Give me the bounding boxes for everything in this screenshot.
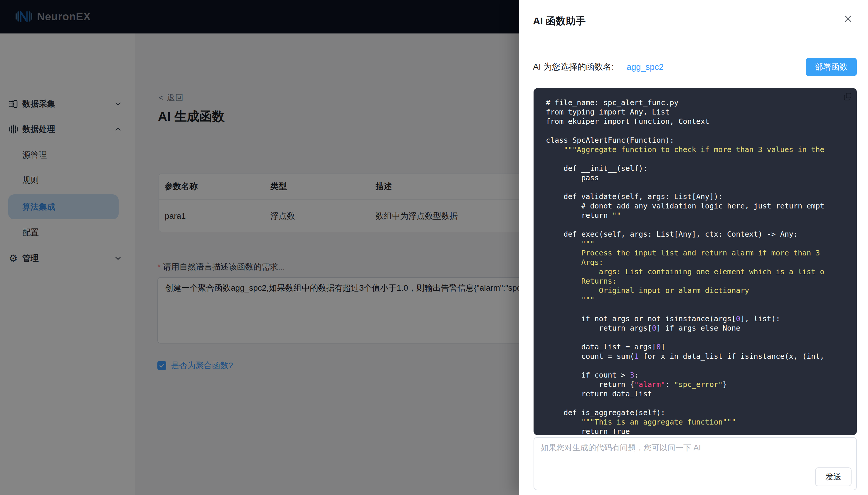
code-line: return {"alarm": "spc_error"} bbox=[546, 380, 857, 389]
code-line: Args: bbox=[546, 258, 857, 267]
function-name-row: AI 为您选择的函数名: agg_spc2 部署函数 bbox=[519, 57, 868, 76]
code-line: class SpcAlertFunc(Function): bbox=[546, 136, 857, 145]
code-line: return data_list bbox=[546, 389, 857, 399]
deploy-function-button[interactable]: 部署函数 bbox=[806, 58, 857, 76]
code-line: data_list = args[0] bbox=[546, 342, 857, 352]
code-line: if not args or not isinstance(args[0], l… bbox=[546, 314, 857, 324]
code-line: # file_name: spc_alert_func.py bbox=[546, 98, 857, 107]
drawer-title: AI 函数助手 bbox=[533, 0, 585, 42]
code-line: """This is an aggregate function""" bbox=[546, 417, 857, 427]
close-icon[interactable] bbox=[843, 14, 853, 24]
code-line: count = sum(1 for x in data_list if isin… bbox=[546, 352, 857, 361]
code-line: return args[0] if args else None bbox=[546, 324, 857, 333]
code-line bbox=[546, 361, 857, 371]
code-line: """ bbox=[546, 239, 857, 249]
function-name-label: AI 为您选择的函数名: bbox=[533, 57, 614, 76]
code-line: def is_aggregate(self): bbox=[546, 408, 857, 417]
drawer-header: AI 函数助手 bbox=[519, 0, 868, 42]
code-line bbox=[546, 305, 857, 314]
code-line: Returns: bbox=[546, 276, 857, 286]
copy-icon[interactable] bbox=[843, 92, 852, 101]
function-name-link[interactable]: agg_spc2 bbox=[627, 57, 664, 76]
app-root: NeuronEX 数据采集 bbox=[0, 0, 868, 495]
code-line bbox=[546, 126, 857, 136]
generated-code-block[interactable]: # file_name: spc_alert_func.pyfrom typin… bbox=[533, 88, 857, 435]
code-line bbox=[546, 333, 857, 342]
code-line: args: List containing one element which … bbox=[546, 267, 857, 276]
code-line: if count > 3: bbox=[546, 371, 857, 380]
code-line: def __init__(self): bbox=[546, 164, 857, 173]
code-line: Original input or alarm dictionary bbox=[546, 286, 857, 295]
chat-input[interactable] bbox=[534, 438, 856, 470]
code-line: def exec(self, args: List[Any], ctx: Con… bbox=[546, 229, 857, 239]
ai-function-assistant-drawer: AI 函数助手 AI 为您选择的函数名: agg_spc2 部署函数 # fil… bbox=[519, 0, 868, 495]
code-line: return True bbox=[546, 427, 857, 435]
code-line: pass bbox=[546, 173, 857, 183]
code-line: """ bbox=[546, 295, 857, 305]
code-line bbox=[546, 154, 857, 164]
code-line: from typing import Any, List bbox=[546, 107, 857, 117]
code-line: # donot add any validation logic here, j… bbox=[546, 201, 857, 211]
code-content: # file_name: spc_alert_func.pyfrom typin… bbox=[546, 98, 857, 435]
code-line bbox=[546, 399, 857, 408]
code-line: """Aggregate function to check if more t… bbox=[546, 145, 857, 154]
code-line bbox=[546, 220, 857, 229]
code-line: Process the input list and return alarm … bbox=[546, 249, 857, 258]
send-button[interactable]: 发送 bbox=[815, 467, 852, 486]
code-line: from ekuiper import Function, Context bbox=[546, 117, 857, 126]
chat-input-box: 发送 bbox=[533, 437, 857, 490]
code-line: return "" bbox=[546, 211, 857, 220]
code-line bbox=[546, 183, 857, 192]
code-line: def validate(self, args: List[Any]): bbox=[546, 192, 857, 201]
